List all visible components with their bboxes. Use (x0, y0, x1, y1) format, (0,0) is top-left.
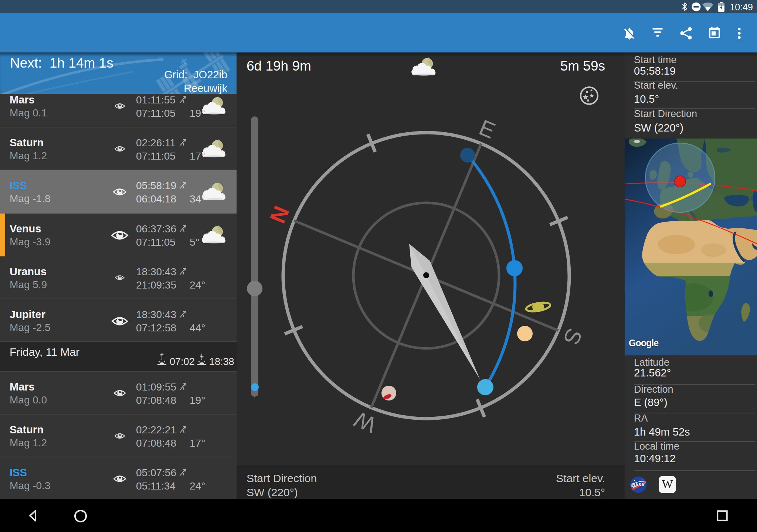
svg-text:W: W (351, 407, 380, 438)
svg-text:Google: Google (629, 338, 659, 348)
svg-text:S: S (559, 325, 587, 348)
svg-text:W: W (662, 477, 673, 491)
svg-text:NASA: NASA (632, 482, 644, 487)
svg-text:N: N (265, 202, 294, 227)
svg-text:E: E (476, 115, 499, 143)
